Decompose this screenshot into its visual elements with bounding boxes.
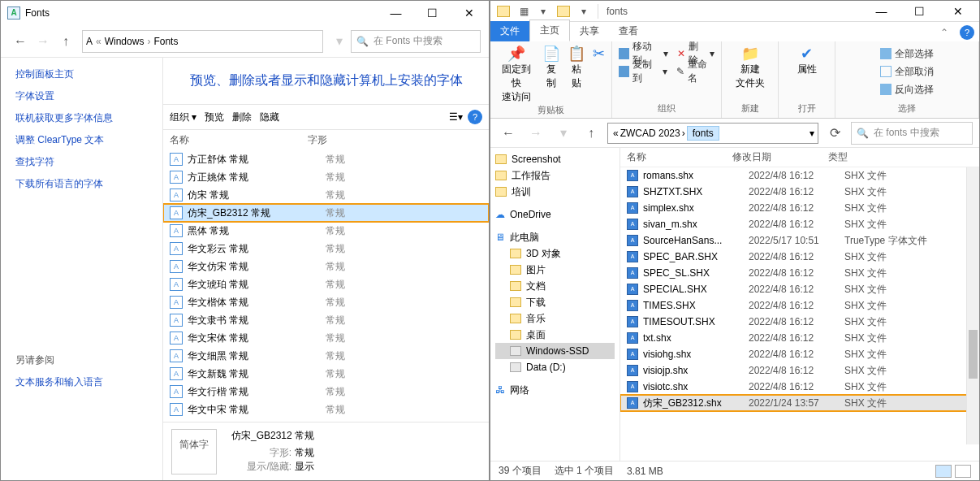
font-row[interactable]: A华文隶书 常规常规 <box>163 311 489 329</box>
sidebar-link-download-all[interactable]: 下载所有语言的字体 <box>15 177 148 191</box>
preview-button[interactable]: 预览 <box>205 110 224 124</box>
sidebar-link-find-char[interactable]: 查找字符 <box>15 155 148 169</box>
file-row[interactable]: A仿宋_GB2312.shx2022/1/24 13:57SHX 文件 <box>620 395 979 411</box>
select-all-button[interactable]: 全部选择 <box>880 45 934 63</box>
cut-icon[interactable]: ✂ <box>593 45 605 104</box>
control-panel-home[interactable]: 控制面板主页 <box>15 67 148 81</box>
maximize-button[interactable]: ☐ <box>414 2 451 24</box>
file-row[interactable]: ASHZTXT.SHX2022/4/8 16:12SHX 文件 <box>620 184 979 200</box>
view-details-icon[interactable] <box>935 465 952 478</box>
file-row[interactable]: ASPEC_SL.SHX2022/4/8 16:12SHX 文件 <box>620 265 979 281</box>
font-row[interactable]: A黑体 常规常规 <box>163 222 489 240</box>
file-row[interactable]: ASourceHanSans...2022/5/17 10:51TrueType… <box>620 232 979 249</box>
col-date[interactable]: 修改日期 <box>732 150 828 164</box>
maximize-button[interactable]: ☐ <box>901 0 938 23</box>
view-large-icon[interactable] <box>955 465 971 478</box>
address-bar[interactable]: « ZWCAD 2023 › fonts ▾ <box>607 123 818 144</box>
organize-button[interactable]: 组织 ▾ <box>170 110 196 124</box>
copy-to-button[interactable]: 复制到 ▾ ✎ 重命名 <box>619 63 714 80</box>
file-row[interactable]: ASPEC_BAR.SHX2022/4/8 16:12SHX 文件 <box>620 249 979 265</box>
qat-properties-icon[interactable]: ▦ <box>515 2 533 20</box>
column-headers[interactable]: 名称 字形 <box>163 130 489 150</box>
search-box[interactable]: 🔍 在 Fonts 中搜索 <box>351 30 481 53</box>
hide-button[interactable]: 隐藏 <box>260 110 279 124</box>
scrollbar[interactable] <box>966 167 979 444</box>
file-row[interactable]: Avisiotc.shx2022/4/8 16:12SHX 文件 <box>620 379 979 395</box>
delete-button[interactable]: 删除 <box>232 110 252 124</box>
forward-button[interactable]: → <box>525 122 547 145</box>
font-row[interactable]: A华文楷体 常规常规 <box>163 293 489 311</box>
close-button[interactable]: ✕ <box>939 0 976 23</box>
tree-node[interactable]: 🖥此电脑 <box>495 229 615 245</box>
file-row[interactable]: Avisiohg.shx2022/4/8 16:12SHX 文件 <box>620 346 979 362</box>
file-column-headers[interactable]: 名称 修改日期 类型 <box>620 148 979 167</box>
paste-button[interactable]: 📋 粘贴 <box>568 45 587 104</box>
tree-node[interactable]: 🖧网络 <box>495 382 615 398</box>
search-box[interactable]: 🔍 在 fonts 中搜索 <box>851 122 973 145</box>
address-bar[interactable]: A « Windows › Fonts <box>82 30 323 53</box>
forward-button[interactable]: → <box>32 30 54 53</box>
qat-dropdown-icon[interactable]: ▾ <box>575 2 593 20</box>
help-icon[interactable]: ? <box>468 110 482 124</box>
font-row[interactable]: A华文中宋 常规常规 <box>163 401 489 418</box>
invert-selection-button[interactable]: 反向选择 <box>880 80 934 98</box>
tree-node[interactable]: 桌面 <box>495 327 615 343</box>
crumb-zwcad[interactable]: ZWCAD 2023 <box>620 128 680 139</box>
font-row[interactable]: A方正姚体 常规常规 <box>163 168 489 186</box>
scroll-thumb[interactable] <box>969 330 978 379</box>
pin-to-quick-access-button[interactable]: 📌 固定到快速访问 <box>497 45 535 104</box>
up-button[interactable]: ↑ <box>54 30 77 53</box>
tree-node[interactable]: 下载 <box>495 294 615 310</box>
file-row[interactable]: Asimplex.shx2022/4/8 16:12SHX 文件 <box>620 200 979 216</box>
tree-node[interactable]: Windows-SSD <box>495 343 615 359</box>
tab-home[interactable]: 主页 <box>529 20 570 41</box>
sidebar-link-online-fonts[interactable]: 联机获取更多字体信息 <box>15 111 148 125</box>
minimize-button[interactable]: — <box>863 0 900 23</box>
help-icon[interactable]: ? <box>960 25 974 40</box>
history-dropdown[interactable]: ▾ <box>328 30 351 53</box>
copy-button[interactable]: 📄 复制 <box>542 45 561 104</box>
col-style[interactable]: 字形 <box>308 133 373 147</box>
font-row[interactable]: A华文行楷 常规常规 <box>163 383 489 401</box>
font-row[interactable]: A华文细黑 常规常规 <box>163 347 489 365</box>
file-row[interactable]: Aromans.shx2022/4/8 16:12SHX 文件 <box>620 167 979 184</box>
font-row[interactable]: A华文宋体 常规常规 <box>163 329 489 347</box>
col-name[interactable]: 名称 <box>170 133 308 147</box>
crumb-windows[interactable]: Windows <box>105 36 145 47</box>
crumb-fonts[interactable]: fonts <box>687 126 719 141</box>
view-mode-button[interactable]: ☰▾ <box>449 111 463 123</box>
tree-node[interactable]: 工作报告 <box>495 167 615 184</box>
new-folder-button[interactable]: 📁 新建文件夹 <box>736 45 765 90</box>
history-button[interactable]: ▾ <box>552 122 575 145</box>
file-row[interactable]: Asivan_m.shx2022/4/8 16:12SHX 文件 <box>620 216 979 232</box>
file-list[interactable]: Aromans.shx2022/4/8 16:12SHX 文件ASHZTXT.S… <box>620 167 979 461</box>
tree-node[interactable]: ☁OneDrive <box>495 206 615 223</box>
tab-file[interactable]: 文件 <box>490 21 529 41</box>
file-row[interactable]: ASPECIAL.SHX2022/4/8 16:12SHX 文件 <box>620 281 979 297</box>
tree-node[interactable]: 图片 <box>495 262 615 278</box>
tab-view[interactable]: 查看 <box>609 21 648 41</box>
file-row[interactable]: ATIMES.SHX2022/4/8 16:12SHX 文件 <box>620 297 979 314</box>
refresh-button[interactable]: ⟳ <box>823 122 846 145</box>
minimize-button[interactable]: — <box>378 2 414 24</box>
tree-node[interactable]: 文档 <box>495 278 615 294</box>
addr-dropdown-icon[interactable]: ▾ <box>809 128 814 139</box>
qat-newfolder-icon[interactable]: ▾ <box>534 2 552 20</box>
sidebar-link-cleartype[interactable]: 调整 ClearType 文本 <box>15 133 148 147</box>
font-row[interactable]: A华文彩云 常规常规 <box>163 240 489 258</box>
up-button[interactable]: ↑ <box>580 122 602 145</box>
tree-node[interactable]: 音乐 <box>495 310 615 327</box>
font-row[interactable]: A华文仿宋 常规常规 <box>163 258 489 275</box>
font-row[interactable]: A华文琥珀 常规常规 <box>163 275 489 293</box>
font-row[interactable]: A华文新魏 常规常规 <box>163 365 489 383</box>
font-row[interactable]: A仿宋_GB2312 常规常规 <box>163 204 489 222</box>
tree-node[interactable]: 培训 <box>495 184 615 200</box>
back-button[interactable]: ← <box>9 30 32 53</box>
nav-tree[interactable]: Screenshot工作报告培训☁OneDrive🖥此电脑3D 对象图片文档下载… <box>490 148 620 461</box>
close-button[interactable]: ✕ <box>451 2 487 24</box>
tab-share[interactable]: 共享 <box>570 21 609 41</box>
select-none-button[interactable]: 全部取消 <box>880 63 934 80</box>
crumb-fonts[interactable]: Fonts <box>153 36 178 47</box>
file-row[interactable]: Avisiojp.shx2022/4/8 16:12SHX 文件 <box>620 362 979 379</box>
col-type[interactable]: 类型 <box>828 150 973 164</box>
